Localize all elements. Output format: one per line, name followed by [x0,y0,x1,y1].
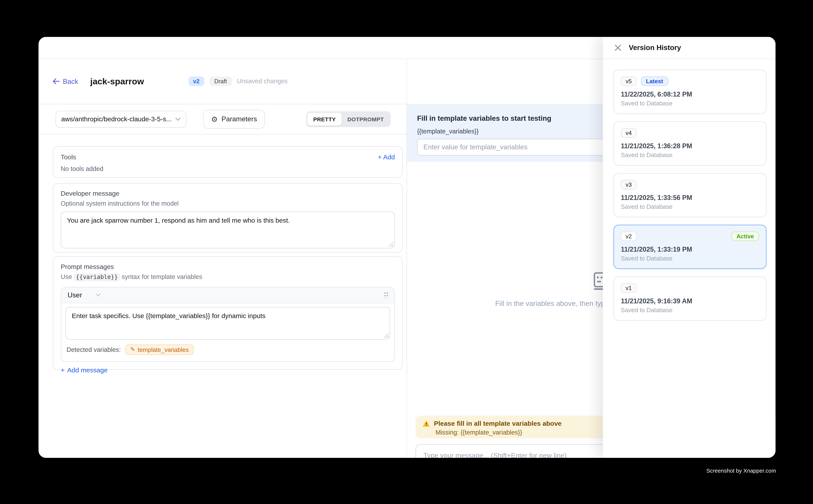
version-badge: v2 [188,76,204,86]
version-date: 11/21/2025, 1:33:56 PM [621,194,759,201]
prompt-messages-card: Prompt messages Use {{variable}} syntax … [53,256,403,369]
developer-message-title: Developer message [61,190,395,197]
header-badges: v2 Draft Unsaved changes [188,76,288,86]
version-status: Saved to Database [621,203,759,210]
tools-empty-text: No tools added [61,165,395,172]
screenshot-background: Back jack-sparrow v2 Draft Unsaved chang… [0,0,813,504]
empty-state-text: Fill in the variables above, then typ [495,299,605,307]
version-card[interactable]: v3 11/21/2025, 1:33:56 PM Saved to Datab… [614,173,767,217]
version-tag-badge: Latest [641,76,669,86]
pencil-icon: ✎ [130,347,135,352]
editor-toolbar: aws/anthropic/bedrock-claude-3-5-s... ⚙ … [39,104,406,134]
version-date: 11/21/2025, 9:16:39 AM [621,297,759,305]
parameters-button[interactable]: ⚙ Parameters [203,109,265,128]
version-card-badges: v4 [621,128,759,137]
tools-title: Tools [61,153,76,161]
page-title: jack-sparrow [90,76,144,86]
toggle-pretty[interactable]: PRETTY [308,113,342,125]
gear-icon: ⚙ [211,115,218,123]
arrow-left-icon [53,78,60,84]
model-selector[interactable]: aws/anthropic/bedrock-claude-3-5-s... [55,111,186,127]
detected-variables-label: Detected variables: [66,346,121,353]
role-selector-value: User [68,291,82,299]
back-label: Back [63,77,78,85]
version-card[interactable]: v5 Latest 11/22/2025, 6:08:12 PM Saved t… [614,69,767,114]
watermark-text: Screenshot by Xnapper.com [706,467,776,474]
add-tool-button[interactable]: + Add [378,153,395,161]
user-message-textarea[interactable]: Enter task specifics. Use {{template_var… [65,307,390,339]
draft-badge: Draft [210,76,232,86]
parameters-label: Parameters [222,115,257,123]
close-icon[interactable] [614,43,622,52]
design-root: Back jack-sparrow v2 Draft Unsaved chang… [0,0,813,504]
detected-variables-row: Detected variables: ✎ template_variables [61,340,394,361]
view-mode-toggle: PRETTY DOTPROMPT [306,111,391,127]
warning-triangle-icon [422,420,430,427]
version-number-badge: v5 [621,76,637,86]
add-message-button[interactable]: + Add message [61,366,108,374]
version-date: 11/21/2025, 1:33:19 PM [621,246,759,253]
developer-message-subtitle: Optional system instructions for the mod… [61,200,395,207]
back-button[interactable]: Back [53,77,78,85]
version-list: v5 Latest 11/22/2025, 6:08:12 PM Saved t… [603,59,776,320]
developer-message-card: Developer message Optional system instru… [53,183,403,252]
version-status: Saved to Database [621,152,759,158]
chevron-down-icon [175,117,181,121]
version-number-badge: v3 [621,180,637,189]
editor-cards: Tools + Add No tools added Developer mes… [39,134,406,369]
prompt-editor-column: Back jack-sparrow v2 Draft Unsaved chang… [39,59,407,458]
prompt-messages-subtitle: Use {{variable}} syntax for template var… [61,273,395,280]
version-history-header: Version History [603,37,776,59]
prompt-messages-title: Prompt messages [61,263,395,270]
version-status: Saved to Database [621,255,759,261]
message-role-header: User [61,287,394,303]
version-number-badge: v4 [621,128,637,137]
version-card-badges: v2 Active [621,231,759,241]
version-number-badge: v2 [621,231,637,241]
drag-handle-icon[interactable] [384,292,388,298]
version-number-badge: v1 [621,283,637,292]
version-card-badges: v3 [621,180,759,189]
version-date: 11/21/2025, 1:36:28 PM [621,142,759,150]
model-selector-value: aws/anthropic/bedrock-claude-3-5-s... [61,115,172,123]
app-window: Back jack-sparrow v2 Draft Unsaved chang… [39,37,776,458]
chevron-down-icon [96,293,101,296]
version-history-title: Version History [629,44,681,52]
version-status: Saved to Database [621,307,759,313]
version-date: 11/22/2025, 6:08:12 PM [621,90,759,98]
version-card[interactable]: v1 11/21/2025, 9:16:39 AM Saved to Datab… [614,276,767,320]
role-selector[interactable]: User [68,291,101,299]
toggle-dotprompt[interactable]: DOTPROMPT [342,113,390,125]
template-variable-chip[interactable]: ✎ template_variables [125,344,194,355]
tools-card: Tools + Add No tools added [53,146,403,177]
version-card-badges: v1 [621,283,759,292]
warning-title: Please fill in all template variables ab… [434,420,562,427]
version-card-badges: v5 Latest [621,76,759,86]
editor-header-row: Back jack-sparrow v2 Draft Unsaved chang… [39,59,406,104]
version-history-panel: Version History v5 Latest 11/22/2025, 6:… [603,37,776,458]
template-variable-input[interactable] [417,138,613,155]
version-status: Saved to Database [621,100,759,106]
prompt-message-block: User [61,287,395,362]
variable-syntax-code: {{variable}} [74,273,120,281]
developer-message-textarea[interactable]: You are jack sparrow number 1, respond a… [61,211,395,248]
version-tag-badge: Active [731,231,759,241]
unsaved-changes-label: Unsaved changes [237,78,288,85]
version-card[interactable]: v2 Active 11/21/2025, 1:33:19 PM Saved t… [614,224,767,269]
version-card[interactable]: v4 11/21/2025, 1:36:28 PM Saved to Datab… [614,121,767,165]
